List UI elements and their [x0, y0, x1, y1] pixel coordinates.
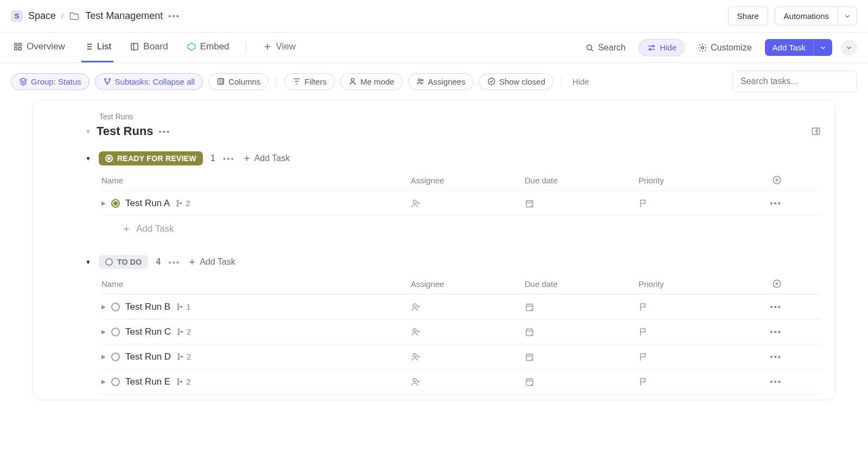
status-chip[interactable]: TO DO — [99, 255, 149, 269]
content: Test Runs ▼ Test Runs ••• ▼ READY FOR RE… — [0, 100, 868, 400]
expand-caret-icon[interactable]: ▶ — [101, 354, 106, 360]
subtask-count[interactable]: 2 — [176, 352, 191, 361]
add-task-caret[interactable] — [813, 39, 832, 56]
row-more-icon[interactable]: ••• — [770, 377, 790, 386]
tab-list[interactable]: List — [81, 33, 113, 62]
search-button[interactable]: Search — [580, 40, 630, 56]
task-row[interactable]: ▶ Test Run D 2 ••• — [101, 344, 821, 369]
priority-cell[interactable] — [639, 352, 758, 362]
add-column-icon[interactable] — [772, 279, 790, 289]
section-caret-icon[interactable]: ▼ — [85, 128, 91, 135]
task-row[interactable]: ▶ Test Run A 2 ••• — [101, 191, 821, 216]
group-more-icon[interactable]: ••• — [168, 258, 180, 267]
expand-panel-icon[interactable] — [811, 126, 821, 136]
task-name[interactable]: Test Run D — [125, 351, 171, 362]
due-date-cell[interactable] — [525, 199, 639, 208]
automations-caret[interactable] — [838, 7, 857, 25]
col-priority[interactable]: Priority — [639, 176, 758, 185]
status-chip[interactable]: READY FOR REVIEW — [99, 151, 203, 165]
space-badge[interactable]: S — [11, 10, 23, 22]
col-name[interactable]: Name — [101, 279, 411, 289]
priority-cell[interactable] — [639, 199, 758, 208]
automations-button[interactable]: Automations — [775, 7, 838, 25]
priority-cell[interactable] — [639, 327, 758, 337]
expand-caret-icon[interactable]: ▶ — [101, 379, 106, 385]
assignee-cell[interactable] — [411, 327, 525, 337]
tab-embed[interactable]: Embed — [184, 33, 232, 62]
group-more-icon[interactable]: ••• — [223, 154, 235, 163]
due-date-cell[interactable] — [525, 352, 639, 362]
assignees-pill[interactable]: Assignees — [408, 73, 474, 90]
col-name[interactable]: Name — [101, 176, 411, 185]
due-date-cell[interactable] — [525, 377, 639, 387]
group-add-task[interactable]: Add Task — [188, 257, 235, 267]
col-due[interactable]: Due date — [525, 176, 639, 185]
toolbar-hide-link[interactable]: Hide — [569, 77, 592, 86]
tab-board[interactable]: Board — [127, 33, 170, 62]
priority-cell[interactable] — [639, 377, 758, 387]
assignee-cell[interactable] — [411, 199, 525, 208]
due-date-cell[interactable] — [525, 327, 639, 337]
row-more-icon[interactable]: ••• — [770, 199, 790, 208]
col-assignee[interactable]: Assignee — [411, 279, 525, 289]
col-assignee[interactable]: Assignee — [411, 176, 525, 185]
breadcrumb-more-icon[interactable]: ••• — [168, 11, 180, 21]
section-path[interactable]: Test Runs — [99, 112, 821, 121]
add-column-icon[interactable] — [772, 175, 790, 185]
group-caret-icon[interactable]: ▼ — [85, 259, 91, 265]
breadcrumb-space[interactable]: Space — [28, 10, 56, 22]
due-date-cell[interactable] — [525, 302, 639, 312]
add-task-button[interactable]: Add Task — [765, 39, 813, 56]
task-row[interactable]: ▶ Test Run B 1 ••• — [101, 295, 821, 319]
subtask-count[interactable]: 2 — [176, 327, 191, 336]
hide-button[interactable]: Hide — [639, 39, 685, 56]
group-add-task[interactable]: Add Task — [242, 154, 290, 163]
task-status-icon[interactable] — [111, 353, 120, 361]
task-name[interactable]: Test Run B — [125, 302, 170, 312]
breadcrumb-folder[interactable]: Test Management — [85, 10, 163, 22]
task-name-cell: ▶ Test Run C 2 — [101, 327, 411, 337]
tab-overview[interactable]: Overview — [11, 33, 67, 62]
expand-caret-icon[interactable]: ▶ — [101, 329, 106, 335]
task-row[interactable]: ▶ Test Run C 2 ••• — [101, 319, 821, 344]
tab-add-view[interactable]: View — [260, 33, 298, 62]
expand-caret-icon[interactable]: ▶ — [101, 200, 106, 206]
task-status-icon[interactable] — [111, 378, 120, 386]
search-tasks-input[interactable] — [732, 71, 857, 92]
share-button[interactable]: Share — [728, 7, 768, 25]
subtask-count[interactable]: 1 — [176, 302, 190, 311]
check-icon — [487, 77, 496, 86]
assignee-cell[interactable] — [411, 352, 525, 362]
show-closed-pill[interactable]: Show closed — [479, 73, 553, 90]
task-name[interactable]: Test Run A — [125, 198, 170, 209]
assignee-cell[interactable] — [411, 302, 525, 312]
filters-pill[interactable]: Filters — [284, 73, 335, 90]
columns-pill[interactable]: Columns — [208, 73, 269, 90]
task-row[interactable]: ▶ Test Run E 2 ••• — [101, 369, 821, 394]
section-more-icon[interactable]: ••• — [159, 127, 171, 136]
inline-add-task[interactable]: Add Task — [122, 216, 821, 242]
group-caret-icon[interactable]: ▼ — [85, 155, 91, 162]
assignee-cell[interactable] — [411, 377, 525, 387]
expand-caret-icon[interactable]: ▶ — [101, 304, 106, 310]
task-name[interactable]: Test Run C — [125, 327, 171, 337]
subtask-count[interactable]: 2 — [175, 199, 190, 208]
col-priority[interactable]: Priority — [639, 279, 758, 289]
row-more-icon[interactable]: ••• — [770, 352, 790, 361]
customize-button[interactable]: Customize — [693, 40, 756, 56]
row-more-icon[interactable]: ••• — [770, 302, 790, 311]
subtask-count[interactable]: 2 — [176, 377, 190, 386]
group-pill[interactable]: Group: Status — [11, 73, 90, 90]
task-status-icon[interactable] — [111, 303, 120, 311]
priority-cell[interactable] — [639, 302, 758, 312]
tab-separator — [246, 42, 246, 54]
more-actions-button[interactable] — [841, 40, 857, 56]
me-mode-pill[interactable]: Me mode — [340, 73, 403, 90]
subtasks-pill[interactable]: Subtasks: Collapse all — [95, 73, 203, 90]
row-more-icon[interactable]: ••• — [770, 327, 790, 336]
task-name[interactable]: Test Run E — [125, 376, 170, 387]
col-due[interactable]: Due date — [525, 279, 639, 289]
list-card: Test Runs ▼ Test Runs ••• ▼ READY FOR RE… — [33, 100, 835, 400]
task-status-icon[interactable] — [111, 328, 120, 336]
task-status-icon[interactable] — [111, 199, 120, 208]
